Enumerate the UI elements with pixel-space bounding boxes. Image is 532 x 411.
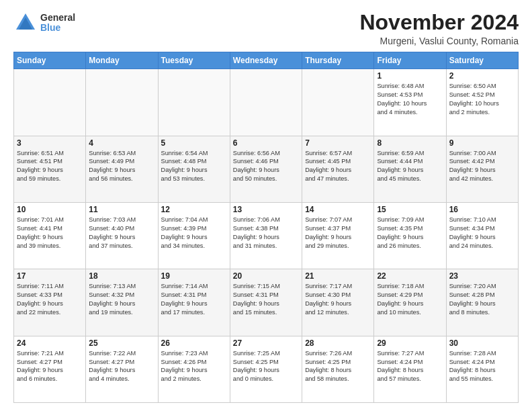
calendar-cell: 20Sunrise: 7:15 AM Sunset: 4:31 PM Dayli…	[230, 269, 302, 336]
location: Murgeni, Vaslui County, Romania	[359, 36, 519, 46]
calendar-week-1: 1Sunrise: 6:48 AM Sunset: 4:53 PM Daylig…	[14, 69, 519, 136]
day-number: 29	[377, 338, 443, 348]
day-info: Sunrise: 7:27 AM Sunset: 4:24 PM Dayligh…	[377, 349, 443, 384]
calendar-header-tuesday: Tuesday	[158, 52, 230, 69]
day-info: Sunrise: 7:13 AM Sunset: 4:32 PM Dayligh…	[89, 282, 154, 317]
day-number: 24	[17, 338, 83, 348]
calendar-cell: 29Sunrise: 7:27 AM Sunset: 4:24 PM Dayli…	[374, 336, 446, 402]
calendar-week-4: 17Sunrise: 7:11 AM Sunset: 4:33 PM Dayli…	[14, 269, 519, 336]
calendar-cell	[302, 69, 374, 136]
calendar-cell: 25Sunrise: 7:22 AM Sunset: 4:27 PM Dayli…	[86, 336, 158, 402]
calendar-cell: 12Sunrise: 7:04 AM Sunset: 4:39 PM Dayli…	[158, 202, 230, 269]
header: General Blue November 2024 Murgeni, Vasl…	[13, 11, 519, 46]
day-number: 2	[449, 71, 515, 81]
day-number: 7	[305, 138, 371, 148]
day-number: 25	[89, 338, 154, 348]
calendar-cell: 28Sunrise: 7:26 AM Sunset: 4:25 PM Dayli…	[302, 336, 374, 402]
calendar-cell: 11Sunrise: 7:03 AM Sunset: 4:40 PM Dayli…	[86, 202, 158, 269]
day-info: Sunrise: 6:53 AM Sunset: 4:49 PM Dayligh…	[89, 149, 154, 184]
calendar-cell: 26Sunrise: 7:23 AM Sunset: 4:26 PM Dayli…	[158, 336, 230, 402]
day-number: 26	[161, 338, 227, 348]
day-number: 9	[449, 138, 515, 148]
logo-general: General	[40, 13, 75, 23]
day-info: Sunrise: 7:18 AM Sunset: 4:29 PM Dayligh…	[377, 282, 443, 317]
calendar-header-wednesday: Wednesday	[230, 52, 302, 69]
calendar-week-5: 24Sunrise: 7:21 AM Sunset: 4:27 PM Dayli…	[14, 336, 519, 402]
day-number: 27	[233, 338, 299, 348]
calendar-cell	[86, 69, 158, 136]
day-info: Sunrise: 7:21 AM Sunset: 4:27 PM Dayligh…	[17, 349, 83, 384]
day-number: 14	[305, 205, 371, 214]
day-info: Sunrise: 7:04 AM Sunset: 4:39 PM Dayligh…	[161, 216, 227, 250]
calendar-cell	[158, 69, 230, 136]
calendar-cell: 1Sunrise: 6:48 AM Sunset: 4:53 PM Daylig…	[374, 69, 446, 136]
day-info: Sunrise: 7:26 AM Sunset: 4:25 PM Dayligh…	[305, 349, 371, 384]
day-info: Sunrise: 7:01 AM Sunset: 4:41 PM Dayligh…	[17, 216, 83, 250]
day-number: 8	[377, 138, 443, 148]
day-info: Sunrise: 7:14 AM Sunset: 4:31 PM Dayligh…	[161, 282, 227, 317]
calendar-header-friday: Friday	[374, 52, 446, 69]
day-info: Sunrise: 7:22 AM Sunset: 4:27 PM Dayligh…	[89, 349, 154, 384]
calendar-header-monday: Monday	[86, 52, 158, 69]
day-info: Sunrise: 6:51 AM Sunset: 4:51 PM Dayligh…	[17, 149, 83, 184]
day-number: 19	[161, 271, 227, 281]
day-info: Sunrise: 7:03 AM Sunset: 4:40 PM Dayligh…	[89, 216, 154, 250]
day-info: Sunrise: 7:10 AM Sunset: 4:34 PM Dayligh…	[449, 216, 515, 250]
calendar-cell: 13Sunrise: 7:06 AM Sunset: 4:38 PM Dayli…	[230, 202, 302, 269]
day-info: Sunrise: 7:11 AM Sunset: 4:33 PM Dayligh…	[17, 282, 83, 317]
day-number: 11	[89, 205, 154, 214]
day-number: 13	[233, 205, 299, 214]
logo-icon	[13, 11, 38, 35]
day-number: 6	[233, 138, 299, 148]
day-number: 10	[17, 205, 83, 214]
calendar-header-saturday: Saturday	[446, 52, 518, 69]
day-number: 20	[233, 271, 299, 281]
calendar-header-thursday: Thursday	[302, 52, 374, 69]
calendar-cell: 7Sunrise: 6:57 AM Sunset: 4:45 PM Daylig…	[302, 136, 374, 202]
calendar-cell: 9Sunrise: 7:00 AM Sunset: 4:42 PM Daylig…	[446, 136, 518, 202]
day-info: Sunrise: 6:54 AM Sunset: 4:48 PM Dayligh…	[161, 149, 227, 184]
day-info: Sunrise: 6:48 AM Sunset: 4:53 PM Dayligh…	[377, 82, 443, 117]
day-info: Sunrise: 6:59 AM Sunset: 4:44 PM Dayligh…	[377, 149, 443, 184]
title-block: November 2024 Murgeni, Vaslui County, Ro…	[359, 11, 519, 46]
calendar-table: SundayMondayTuesdayWednesdayThursdayFrid…	[13, 52, 519, 403]
day-info: Sunrise: 7:28 AM Sunset: 4:24 PM Dayligh…	[449, 349, 515, 384]
calendar-cell: 24Sunrise: 7:21 AM Sunset: 4:27 PM Dayli…	[14, 336, 86, 402]
day-number: 18	[89, 271, 154, 281]
day-info: Sunrise: 7:25 AM Sunset: 4:25 PM Dayligh…	[233, 349, 299, 384]
calendar-header-sunday: Sunday	[14, 52, 86, 69]
day-number: 3	[17, 138, 83, 148]
calendar-cell: 4Sunrise: 6:53 AM Sunset: 4:49 PM Daylig…	[86, 136, 158, 202]
day-info: Sunrise: 7:06 AM Sunset: 4:38 PM Dayligh…	[233, 216, 299, 250]
calendar-cell: 5Sunrise: 6:54 AM Sunset: 4:48 PM Daylig…	[158, 136, 230, 202]
calendar-cell: 10Sunrise: 7:01 AM Sunset: 4:41 PM Dayli…	[14, 202, 86, 269]
logo: General Blue	[13, 11, 75, 35]
day-info: Sunrise: 7:09 AM Sunset: 4:35 PM Dayligh…	[377, 216, 443, 250]
day-number: 28	[305, 338, 371, 348]
day-number: 17	[17, 271, 83, 281]
calendar-cell: 18Sunrise: 7:13 AM Sunset: 4:32 PM Dayli…	[86, 269, 158, 336]
day-number: 16	[449, 205, 515, 214]
calendar-week-2: 3Sunrise: 6:51 AM Sunset: 4:51 PM Daylig…	[14, 136, 519, 202]
calendar-cell: 3Sunrise: 6:51 AM Sunset: 4:51 PM Daylig…	[14, 136, 86, 202]
day-number: 12	[161, 205, 227, 214]
day-info: Sunrise: 6:56 AM Sunset: 4:46 PM Dayligh…	[233, 149, 299, 184]
day-number: 15	[377, 205, 443, 214]
day-number: 30	[449, 338, 515, 348]
page: General Blue November 2024 Murgeni, Vasl…	[0, 0, 532, 411]
calendar-cell: 16Sunrise: 7:10 AM Sunset: 4:34 PM Dayli…	[446, 202, 518, 269]
day-info: Sunrise: 6:57 AM Sunset: 4:45 PM Dayligh…	[305, 149, 371, 184]
calendar-cell: 30Sunrise: 7:28 AM Sunset: 4:24 PM Dayli…	[446, 336, 518, 402]
calendar-cell: 15Sunrise: 7:09 AM Sunset: 4:35 PM Dayli…	[374, 202, 446, 269]
day-info: Sunrise: 7:20 AM Sunset: 4:28 PM Dayligh…	[449, 282, 515, 317]
day-info: Sunrise: 7:15 AM Sunset: 4:31 PM Dayligh…	[233, 282, 299, 317]
calendar-cell: 2Sunrise: 6:50 AM Sunset: 4:52 PM Daylig…	[446, 69, 518, 136]
calendar-cell: 27Sunrise: 7:25 AM Sunset: 4:25 PM Dayli…	[230, 336, 302, 402]
calendar-cell: 23Sunrise: 7:20 AM Sunset: 4:28 PM Dayli…	[446, 269, 518, 336]
calendar-week-3: 10Sunrise: 7:01 AM Sunset: 4:41 PM Dayli…	[14, 202, 519, 269]
calendar-cell: 17Sunrise: 7:11 AM Sunset: 4:33 PM Dayli…	[14, 269, 86, 336]
day-info: Sunrise: 7:00 AM Sunset: 4:42 PM Dayligh…	[449, 149, 515, 184]
day-number: 22	[377, 271, 443, 281]
month-title: November 2024	[359, 11, 519, 34]
day-number: 1	[377, 71, 443, 81]
